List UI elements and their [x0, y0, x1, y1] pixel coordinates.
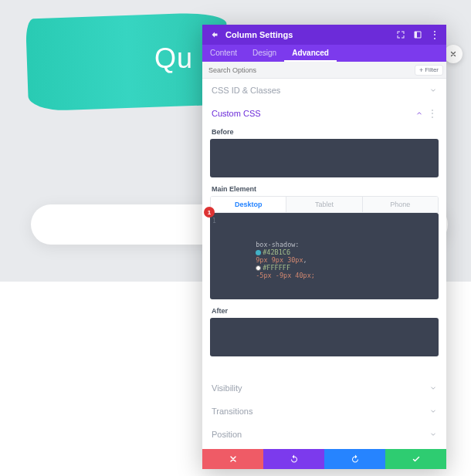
device-tabs: Desktop Tablet Phone — [210, 196, 439, 213]
main-css-input[interactable]: 1 box-shadow: #42B1C6 9px 9px 30px, #FFF… — [210, 213, 439, 299]
line-number: 1 — [212, 218, 216, 224]
section-label: Position — [212, 430, 242, 439]
tab-advanced[interactable]: Advanced — [284, 45, 337, 62]
code-prop: box-shadow: — [256, 241, 299, 248]
section-visibility[interactable]: Visibility — [210, 376, 439, 400]
section-transitions[interactable]: Transitions — [210, 400, 439, 423]
filter-button[interactable]: + Filter — [415, 65, 443, 76]
undo-button[interactable] — [263, 449, 324, 469]
snap-icon[interactable] — [412, 29, 423, 40]
code-sep: , — [303, 256, 307, 264]
code-hex-1: #42B1C6 — [263, 248, 290, 256]
after-label: After — [212, 307, 437, 315]
panel-title: Column Settings — [225, 30, 389, 39]
settings-panel: Column Settings ⋮ Content Design Advance… — [202, 25, 446, 469]
search-input[interactable] — [202, 66, 415, 74]
undo-icon — [290, 454, 299, 464]
filter-label: Filter — [425, 66, 439, 73]
close-icon — [229, 454, 238, 464]
section-css-id[interactable]: CSS ID & Classes — [210, 79, 439, 102]
callout-1: 1 — [204, 207, 215, 218]
chevron-down-icon — [429, 384, 437, 392]
background-brush — [25, 12, 229, 111]
after-css-input[interactable] — [210, 318, 439, 356]
save-button[interactable] — [385, 449, 446, 469]
color-swatch-1 — [256, 250, 261, 255]
footer-actions — [202, 449, 446, 469]
panel-content[interactable]: CSS ID & Classes Custom CSS ⋮ Before Mai… — [202, 79, 446, 449]
color-swatch-2 — [256, 265, 261, 271]
section-position[interactable]: Position — [210, 423, 439, 446]
code-vals-2: -5px -9px 40px — [256, 272, 311, 279]
cancel-button[interactable] — [202, 449, 263, 469]
device-tab-phone[interactable]: Phone — [362, 197, 438, 212]
close-bubble[interactable] — [444, 45, 463, 63]
section-custom-css[interactable]: Custom CSS ⋮ — [210, 102, 439, 125]
device-tab-tablet[interactable]: Tablet — [286, 197, 361, 212]
module-tabs: Content Design Advanced — [202, 45, 446, 62]
expand-icon[interactable] — [395, 29, 406, 40]
close-icon — [449, 50, 457, 58]
code-vals-1: 9px 9px 30px — [256, 256, 303, 264]
section-label: CSS ID & Classes — [212, 86, 280, 95]
section-kebab-icon[interactable]: ⋮ — [428, 109, 437, 118]
chevron-down-icon — [429, 407, 437, 415]
kebab-icon[interactable]: ⋮ — [429, 29, 440, 40]
tab-content[interactable]: Content — [202, 45, 245, 62]
redo-icon — [351, 454, 360, 464]
before-css-input[interactable] — [210, 139, 439, 177]
chevron-down-icon — [429, 86, 437, 94]
code-semi: ; — [311, 272, 315, 279]
section-label: Custom CSS — [212, 109, 261, 118]
section-label: Visibility — [212, 383, 242, 393]
titlebar: Column Settings ⋮ — [202, 25, 446, 45]
search-row: + Filter — [202, 62, 446, 79]
before-label: Before — [212, 128, 437, 136]
back-icon[interactable] — [208, 29, 219, 40]
background-word: Qu — [154, 42, 193, 75]
check-icon — [412, 454, 421, 464]
redo-button[interactable] — [324, 449, 385, 469]
chevron-up-icon — [415, 110, 423, 117]
device-tab-desktop[interactable]: Desktop — [211, 197, 286, 212]
chevron-down-icon — [429, 430, 437, 438]
main-element-label: Main Element — [212, 185, 437, 193]
tab-design[interactable]: Design — [245, 45, 284, 62]
section-label: Transitions — [212, 407, 252, 416]
code-hex-2: #FFFFFF — [263, 264, 290, 272]
